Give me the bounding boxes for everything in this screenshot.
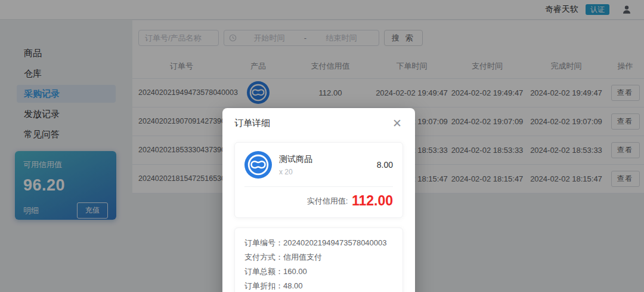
- paid-credit-value: 112.00: [352, 193, 393, 208]
- order-detail-modal: 订单详细 ✕ 测试商品 x 20 8.00 实付信用值: 112.00 订单编号…: [222, 108, 415, 292]
- pay-method-line: 支付方式：信用值支付: [244, 250, 393, 265]
- order-info-card: 订单编号：202402021949473578040003 支付方式：信用值支付…: [234, 228, 403, 292]
- modal-title: 订单详细: [234, 118, 270, 129]
- order-discount-label: 订单折扣：: [244, 281, 283, 290]
- order-no-label: 订单编号：: [244, 238, 283, 247]
- order-no-line: 订单编号：202402021949473578040003: [244, 236, 393, 250]
- close-icon[interactable]: ✕: [391, 118, 403, 129]
- product-quantity: x 20: [279, 168, 377, 176]
- product-name: 测试商品: [279, 154, 377, 165]
- order-no-value: 202402021949473578040003: [283, 238, 387, 247]
- app-window: 奇睿天软 认证 商品 仓库 采购记录 发放记录 常见问答 可用信用值 96.20…: [0, 0, 644, 292]
- divider: [244, 186, 393, 187]
- order-total-line: 订单总额：160.00: [244, 265, 393, 279]
- product-price: 8.00: [377, 160, 393, 170]
- order-total-value: 160.00: [283, 267, 307, 276]
- order-total-label: 订单总额：: [244, 267, 283, 276]
- pay-method-value: 信用值支付: [283, 253, 322, 262]
- order-items-card: 测试商品 x 20 8.00 实付信用值: 112.00: [234, 142, 403, 218]
- product-goggles-icon: [244, 151, 272, 179]
- paid-credit-label: 实付信用值:: [307, 196, 348, 205]
- order-discount-line: 订单折扣：48.00: [244, 279, 393, 292]
- pay-method-label: 支付方式：: [244, 253, 283, 262]
- order-discount-value: 48.00: [283, 281, 303, 290]
